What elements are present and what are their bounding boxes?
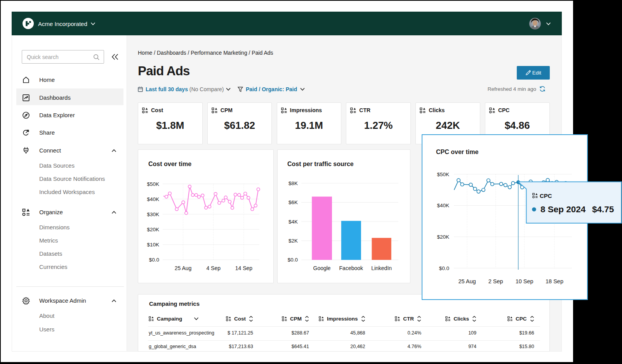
svg-text:$40K: $40K (437, 203, 449, 208)
svg-text:$50K: $50K (147, 181, 159, 187)
svg-text:4 Sep: 4 Sep (206, 265, 221, 271)
svg-text:$20K: $20K (437, 234, 449, 240)
svg-text:CPC over time: CPC over time (436, 149, 478, 155)
svg-text:$6K: $6K (288, 199, 298, 205)
svg-text:14 Sep: 14 Sep (235, 265, 253, 271)
svg-text:18 Sep: 18 Sep (546, 278, 563, 284)
svg-text:$0.0: $0.0 (288, 257, 298, 263)
svg-text:$30K: $30K (147, 211, 159, 217)
svg-text:LinkedIn: LinkedIn (371, 265, 392, 271)
svg-text:$2K: $2K (288, 238, 298, 244)
svg-text:25 Aug: 25 Aug (458, 278, 476, 284)
svg-text:$50K: $50K (437, 172, 449, 177)
svg-text:Facebook: Facebook (339, 265, 363, 271)
svg-text:Cost per traffic source: Cost per traffic source (287, 161, 354, 167)
svg-text:$8K: $8K (288, 180, 298, 186)
svg-text:2 Sep: 2 Sep (488, 278, 503, 284)
svg-text:10 Sep: 10 Sep (516, 278, 533, 284)
svg-text:$10K: $10K (147, 242, 159, 248)
svg-text:Cost over time: Cost over time (148, 161, 191, 167)
svg-text:$20K: $20K (147, 227, 159, 232)
svg-text:$0.0: $0.0 (439, 265, 449, 271)
svg-text:$40K: $40K (147, 196, 159, 202)
svg-text:$0.0: $0.0 (149, 257, 159, 263)
svg-text:25 Aug: 25 Aug (175, 265, 192, 271)
svg-text:Google: Google (313, 265, 331, 271)
svg-text:$4K: $4K (288, 219, 298, 225)
